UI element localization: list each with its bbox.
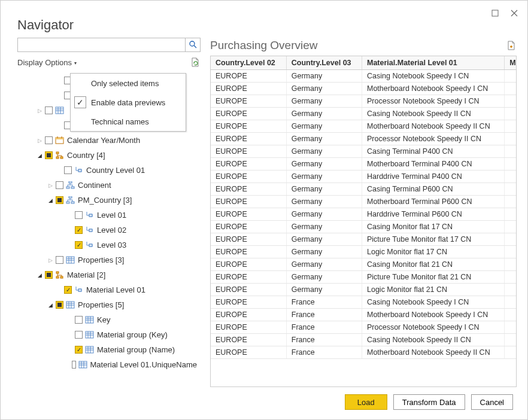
table-row[interactable]: EUROPEGermanyCasing Terminal P600 CN	[211, 183, 517, 196]
table-row[interactable]: EUROPEGermanyCasing Terminal P400 CN	[211, 145, 517, 158]
expander-open-icon[interactable]: ◢	[37, 272, 43, 278]
navigation-tree[interactable]: Only selected items✓Enable data previews…	[17, 72, 201, 387]
tree-checkbox[interactable]	[75, 316, 83, 324]
table-row[interactable]: EUROPEGermanyPicture Tube Monitor flat 1…	[211, 233, 517, 246]
table-row[interactable]: EUROPEGermanyMotherboard Notebook Speedy…	[211, 83, 517, 95]
check-icon	[74, 77, 86, 89]
tree-item[interactable]: ✓Material group (Name)	[17, 342, 197, 357]
expander-closed-icon[interactable]: ▷	[47, 257, 53, 263]
table-row[interactable]: EUROPEGermanyPicture Tube Monitor flat 2…	[211, 271, 517, 284]
maximize-icon[interactable]	[491, 9, 500, 17]
tree-checkbox[interactable]: ✓	[75, 346, 83, 354]
table-cell	[505, 284, 517, 296]
table-cell: EUROPE	[211, 296, 286, 309]
table-row[interactable]: EUROPEFranceMotherboard Notebook Speedy …	[211, 346, 517, 359]
expander-closed-icon[interactable]: ▷	[37, 138, 43, 144]
column-header[interactable]: Material.Material Level 01	[362, 56, 505, 70]
table-row[interactable]: EUROPEGermanyCasing Monitor flat 21 CN	[211, 258, 517, 271]
display-options-dropdown[interactable]: Display Options ▾	[17, 58, 77, 67]
expander-open-icon[interactable]: ◢	[37, 153, 43, 159]
display-options-menu-item[interactable]: ✓Enable data previews	[71, 93, 186, 112]
expander-open-icon[interactable]: ◢	[47, 302, 53, 308]
tree-checkbox[interactable]	[75, 331, 83, 339]
tree-item[interactable]: ◢PM_Country [3]	[17, 193, 197, 208]
search-input[interactable]	[17, 38, 185, 52]
tree-checkbox[interactable]	[64, 166, 72, 174]
tree-checkbox[interactable]	[56, 301, 63, 309]
table-cell: Germany	[286, 233, 362, 246]
tree-item[interactable]: Material group (Key)	[17, 327, 197, 342]
table-cell: Germany	[286, 70, 362, 83]
table-row[interactable]: EUROPEGermanyHarddrive Terminal P400 CN	[211, 171, 517, 183]
tree-checkbox[interactable]	[56, 181, 63, 189]
tree-checkbox[interactable]	[45, 151, 53, 159]
table-row[interactable]: EUROPEGermanyHarddrive Terminal P600 CN	[211, 208, 517, 221]
svg-rect-28	[71, 187, 74, 188]
tree-item[interactable]: Material Level 01.UniqueName	[17, 357, 197, 372]
table-row[interactable]: EUROPEFranceCasing Notebook Speedy I CN	[211, 296, 517, 309]
table-row[interactable]: EUROPEFranceCasing Notebook Speedy II CN	[211, 334, 517, 346]
table-row[interactable]: EUROPEGermanyCasing Notebook Speedy II C…	[211, 108, 517, 120]
expander-open-icon[interactable]: ◢	[47, 197, 53, 203]
tree-item[interactable]: Level 01	[17, 208, 197, 223]
close-icon[interactable]	[511, 9, 519, 17]
tree-item[interactable]: ◢Country [4]	[17, 148, 197, 163]
expander-closed-icon[interactable]: ▷	[47, 182, 53, 188]
tree-item[interactable]: ✓Level 02	[17, 223, 197, 238]
tree-item[interactable]: ✓Level 03	[17, 238, 197, 252]
preview-table-scroll[interactable]: Country.Level 02Country.Level 03Material…	[210, 56, 517, 387]
tree-item-label: Material [2]	[67, 270, 105, 279]
tree-checkbox[interactable]: ✓	[64, 286, 72, 294]
tree-checkbox[interactable]	[45, 106, 53, 114]
add-page-icon[interactable]	[506, 40, 517, 51]
table-row[interactable]: EUROPEFranceProcessor Notebook Speedy I …	[211, 321, 517, 334]
load-button[interactable]: Load	[345, 394, 387, 410]
transform-data-button[interactable]: Transform Data	[393, 394, 465, 410]
tree-item[interactable]: Key	[17, 312, 197, 327]
tree-checkbox[interactable]	[72, 361, 76, 369]
expander-closed-icon[interactable]: ▷	[37, 108, 43, 114]
display-options-menu-item[interactable]: Only selected items	[71, 74, 186, 93]
tree-checkbox[interactable]	[45, 136, 53, 144]
column-header[interactable]: Country.Level 02	[211, 56, 286, 70]
column-header[interactable]: Material	[505, 56, 517, 70]
display-options-menu: Only selected items✓Enable data previews…	[70, 73, 186, 132]
table-row[interactable]: EUROPEGermanyLogic Monitor flat 17 CN	[211, 246, 517, 258]
table-row[interactable]: EUROPEGermanyProcessor Notebook Speedy I…	[211, 133, 517, 145]
table-cell: Casing Terminal P400 CN	[362, 145, 505, 158]
tree-checkbox[interactable]	[75, 211, 83, 219]
tree-checkbox[interactable]: ✓	[75, 226, 83, 234]
hierarchy-sub-icon	[74, 286, 84, 294]
column-header[interactable]: Country.Level 03	[286, 56, 362, 70]
table-row[interactable]: EUROPEGermanyMotherboard Notebook Speedy…	[211, 120, 517, 133]
tree-checkbox[interactable]	[56, 196, 63, 204]
refresh-page-icon[interactable]	[190, 57, 201, 68]
display-options-menu-item[interactable]: Technical names	[71, 112, 186, 131]
tree-item[interactable]: ✓Material Level 01	[17, 282, 197, 297]
calendar-icon	[55, 136, 65, 145]
table-row[interactable]: EUROPEGermanyMotherboard Terminal P400 C…	[211, 158, 517, 171]
tree-item[interactable]: ▷Continent	[17, 178, 197, 193]
table-row[interactable]: EUROPEGermanyCasing Monitor flat 17 CN	[211, 221, 517, 233]
table-row[interactable]: EUROPEGermanyCasing Notebook Speedy I CN	[211, 70, 517, 83]
svg-rect-33	[89, 229, 92, 232]
search-button[interactable]	[185, 38, 201, 52]
table-cell	[505, 70, 517, 83]
tree-item[interactable]: ▷Calendar Year/Month	[17, 133, 197, 148]
tree-item[interactable]: ▷Properties [3]	[17, 252, 197, 267]
tree-item[interactable]: Country Level 01	[17, 163, 197, 178]
check-icon: ✓	[74, 96, 86, 108]
tree-item[interactable]: ◢Properties [5]	[17, 297, 197, 312]
tree-item[interactable]: ◢Material [2]	[17, 267, 197, 282]
table-row[interactable]: EUROPEGermanyMotherboard Terminal P600 C…	[211, 196, 517, 208]
tree-checkbox[interactable]	[45, 271, 53, 279]
tree-checkbox[interactable]: ✓	[75, 241, 83, 249]
cancel-button[interactable]: Cancel	[471, 394, 513, 410]
tree-item-label: Properties [5]	[78, 300, 124, 309]
table-row[interactable]: EUROPEFranceMotherboard Notebook Speedy …	[211, 309, 517, 321]
table-cell	[505, 196, 517, 208]
table-row[interactable]: EUROPEGermanyProcessor Notebook Speedy I…	[211, 95, 517, 108]
table-cell: Germany	[286, 120, 362, 133]
tree-checkbox[interactable]	[56, 256, 63, 264]
table-row[interactable]: EUROPEGermanyLogic Monitor flat 21 CN	[211, 284, 517, 296]
